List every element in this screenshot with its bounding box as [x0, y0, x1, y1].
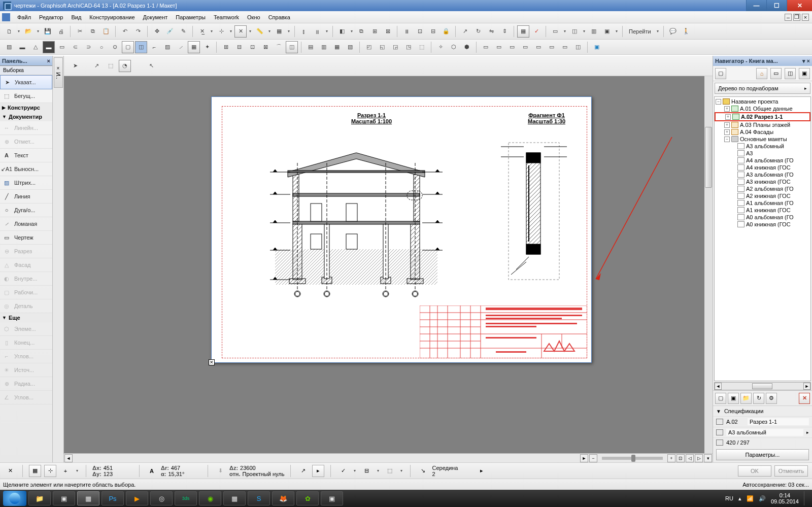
mirror-icon[interactable]: ⇋: [485, 25, 497, 38]
menu-document[interactable]: Документ: [139, 13, 172, 22]
trace-settings-icon[interactable]: ⊞: [368, 25, 381, 38]
doc-close-button[interactable]: ×: [802, 14, 809, 21]
geometry-method-icon[interactable]: ↗: [90, 60, 103, 72]
tool-line[interactable]: ╱Линия: [0, 190, 52, 204]
update-icon[interactable]: ↻: [753, 393, 764, 404]
tree-node-a04[interactable]: + А.04 Фасады: [715, 128, 810, 136]
dropdown-icon[interactable]: ▾: [614, 29, 619, 33]
mesh-icon[interactable]: ⊂: [69, 41, 81, 53]
settings-icon[interactable]: ⚙: [766, 393, 777, 404]
menu-view[interactable]: Вид: [67, 13, 85, 22]
paste-icon[interactable]: 📋: [100, 25, 112, 38]
category-more[interactable]: ▼Еще: [0, 313, 52, 322]
ok-button[interactable]: OK: [738, 465, 771, 477]
slab-icon[interactable]: ▬: [43, 41, 55, 53]
menu-help[interactable]: Справка: [264, 13, 294, 22]
organizer-icon[interactable]: ▣: [799, 68, 810, 79]
cut-icon[interactable]: ✂: [74, 25, 86, 38]
adjust-icon[interactable]: ⊡: [246, 41, 258, 53]
suspend-icon[interactable]: ⏸: [400, 25, 413, 38]
rotate-icon[interactable]: ↻: [472, 25, 484, 38]
dropdown-icon[interactable]: ▾: [228, 29, 233, 33]
morph-icon[interactable]: ✦: [201, 41, 213, 53]
navigator-tree[interactable]: − Название проекта + А.01 Общие данные +…: [714, 96, 811, 381]
story3-icon[interactable]: ▭: [506, 41, 518, 53]
expand-icon[interactable]: +: [725, 114, 731, 120]
taskbar-app4[interactable]: ✿: [296, 491, 319, 505]
tool-text[interactable]: AТекст: [0, 149, 52, 162]
prev-view-icon[interactable]: ◁: [686, 454, 694, 462]
plus-icon[interactable]: +: [59, 465, 72, 477]
dropdown-icon[interactable]: ▾: [399, 468, 404, 473]
taskbar-media[interactable]: ▶: [126, 491, 148, 505]
spec-name[interactable]: Разрез 1-1: [748, 418, 809, 425]
tree-node-a02[interactable]: + А.02 Разрез 1-1: [715, 112, 810, 121]
dropdown-icon[interactable]: ▾: [286, 29, 291, 33]
tool-angle[interactable]: ∠Углов...: [0, 391, 52, 404]
dimension-icon[interactable]: ✕̲: [196, 25, 208, 38]
new-subset-icon[interactable]: 📁: [740, 393, 752, 404]
origin-icon[interactable]: ✕: [4, 465, 16, 477]
eyedropper-icon[interactable]: 💉: [164, 25, 176, 38]
guideline-menu-icon[interactable]: ▸: [312, 465, 324, 477]
dropdown-icon[interactable]: ▾: [16, 29, 21, 33]
arrow-icon[interactable]: ➤: [69, 60, 81, 72]
skylight-icon[interactable]: ▨: [161, 41, 174, 53]
lamp-icon[interactable]: ⊙: [109, 41, 121, 53]
split-icon[interactable]: ⊟: [233, 41, 245, 53]
tree-master-item[interactable]: А0 альбомная (ГО: [715, 214, 810, 221]
dropdown-icon[interactable]: ▾: [248, 29, 253, 33]
new-master-icon[interactable]: ▣: [728, 393, 739, 404]
tree-master-item[interactable]: А2 альбомная (ГО: [715, 185, 810, 192]
taskbar-firefox[interactable]: 🦊: [272, 491, 294, 505]
fit-icon[interactable]: ⊡: [676, 454, 685, 462]
view2-icon[interactable]: ◱: [376, 41, 388, 53]
view-map-icon[interactable]: ⌂: [756, 68, 767, 79]
distribute-icon[interactable]: ⫼: [311, 25, 323, 38]
snap-edge-icon[interactable]: ⬚: [384, 465, 396, 477]
ungroup-icon[interactable]: ⊟: [427, 25, 439, 38]
fillet-icon[interactable]: ⌒: [273, 41, 285, 53]
tool-polyline[interactable]: ⟋Ломаная: [0, 217, 52, 231]
door-icon[interactable]: ▢: [122, 41, 134, 53]
layer1-icon[interactable]: ▤: [304, 41, 317, 53]
intersect-icon[interactable]: ⊠: [259, 41, 272, 53]
selection-filter-icon[interactable]: ▦: [517, 25, 529, 38]
render2-icon[interactable]: ⬡: [448, 41, 460, 53]
toolbox-header[interactable]: Панель... ×: [0, 56, 52, 66]
grid-snap-icon[interactable]: ▦: [29, 465, 41, 477]
elevate-icon[interactable]: ⇕: [498, 25, 511, 38]
taskbar-3ds[interactable]: 3ds: [175, 491, 197, 505]
object-icon[interactable]: ○: [95, 41, 108, 53]
dropdown-icon[interactable]: ▸: [806, 430, 809, 435]
doc-restore-button[interactable]: ❐: [793, 14, 800, 21]
print-icon[interactable]: 🖨: [55, 25, 67, 38]
view5-icon[interactable]: ⬚: [416, 41, 428, 53]
dropdown-icon[interactable]: ▾: [349, 29, 354, 33]
taskbar-skype[interactable]: S: [248, 491, 270, 505]
taskbar-utorrent[interactable]: ◉: [199, 491, 221, 505]
layout-book-icon[interactable]: ▭: [770, 68, 782, 79]
dropdown-icon[interactable]: ▾: [582, 29, 587, 33]
story5-icon[interactable]: ▭: [532, 41, 545, 53]
show-desktop-button[interactable]: [804, 491, 809, 505]
dropdown-icon[interactable]: ▾: [36, 29, 41, 33]
menu-teamwork[interactable]: Teamwork: [210, 13, 243, 22]
snap-grid-icon[interactable]: ⊟: [360, 465, 373, 477]
tray-network-icon[interactable]: 📶: [747, 495, 754, 502]
tool-corner[interactable]: ⌐Углов...: [0, 350, 52, 363]
snap-point-icon[interactable]: ✓: [337, 465, 349, 477]
tool-fill[interactable]: ▨Штрих...: [0, 176, 52, 190]
close-icon[interactable]: ×: [47, 58, 50, 64]
new-icon[interactable]: 🗋: [3, 25, 15, 38]
layout-canvas[interactable]: Разрез 1-1Масштаб 1:100 Фрагмент Ф1Масшт…: [64, 76, 713, 453]
render3-icon[interactable]: ⬢: [461, 41, 473, 53]
tree-master-item[interactable]: А0 книжная (ГОС: [715, 221, 810, 228]
taskbar-archicad[interactable]: ▦: [77, 491, 99, 505]
measure-icon[interactable]: ⊹: [215, 25, 227, 38]
gravity-icon[interactable]: ⬇: [214, 465, 226, 477]
tree-master-item[interactable]: А3 альбомный: [715, 143, 810, 150]
offset-icon[interactable]: ◫: [286, 41, 298, 53]
zoom-in-icon[interactable]: +: [667, 454, 675, 462]
spec-id[interactable]: A.02: [726, 419, 745, 425]
